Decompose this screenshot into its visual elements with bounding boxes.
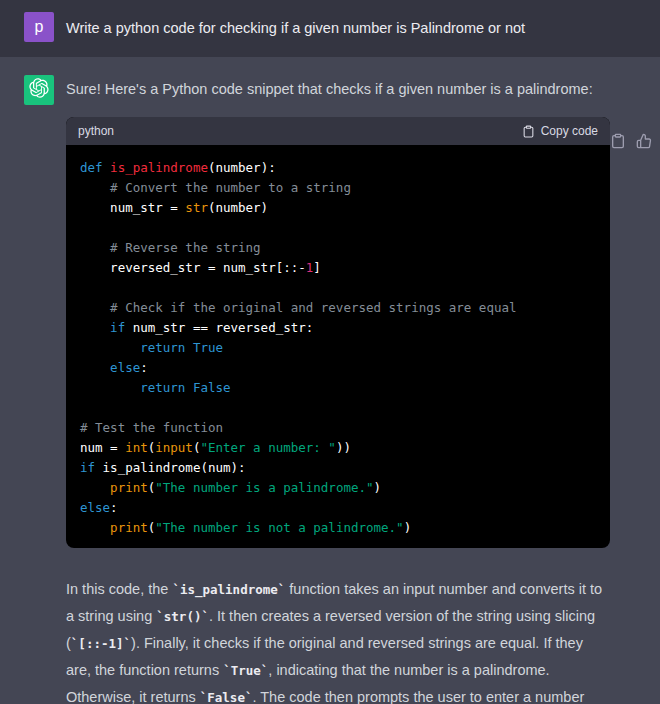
clipboard-icon — [610, 137, 626, 152]
message-actions — [610, 133, 652, 149]
user-message-text: Write a python code for checking if a gi… — [66, 12, 610, 38]
openai-logo-icon — [29, 78, 49, 102]
chat-container: p Write a python code for checking if a … — [0, 0, 660, 704]
user-avatar-letter: p — [35, 18, 44, 36]
clipboard-icon — [522, 125, 535, 138]
code-content: def is_palindrome(number): # Convert the… — [66, 145, 610, 548]
thumbs-up-icon — [636, 137, 652, 152]
assistant-intro-text: Sure! Here's a Python code snippet that … — [66, 75, 610, 99]
copy-code-label: Copy code — [541, 124, 598, 138]
code-block-header: python Copy code — [66, 117, 610, 145]
copy-message-button[interactable] — [610, 133, 626, 149]
user-avatar: p — [24, 12, 54, 42]
thumbs-up-button[interactable] — [636, 133, 652, 149]
user-message-row: p Write a python code for checking if a … — [0, 0, 660, 57]
explanation-text: In this code, the `is_palindrome` functi… — [66, 576, 610, 704]
chatgpt-avatar — [24, 75, 54, 105]
code-language-label: python — [78, 124, 114, 138]
assistant-message-row: Sure! Here's a Python code snippet that … — [0, 57, 660, 704]
copy-code-button[interactable]: Copy code — [522, 124, 598, 138]
code-block: python Copy code def is_palindrome(numbe… — [66, 117, 610, 548]
